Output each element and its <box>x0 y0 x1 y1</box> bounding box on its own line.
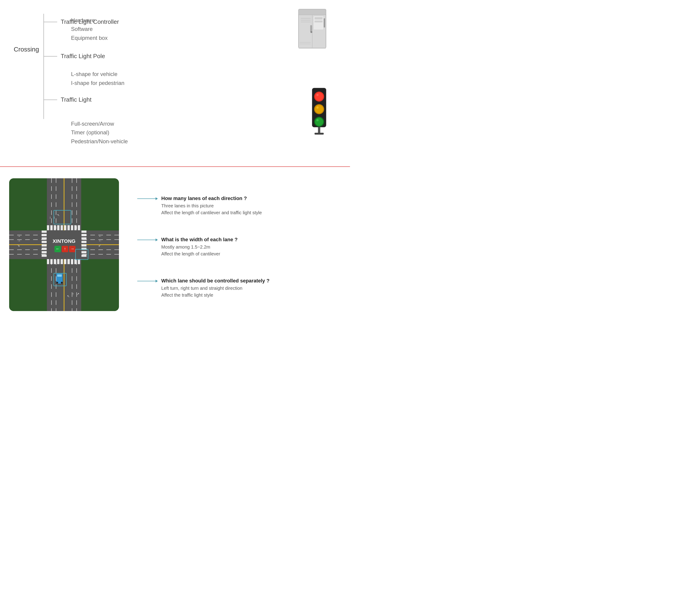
h-line-1 <box>43 56 57 57</box>
svg-text:↘: ↘ <box>17 244 20 247</box>
desc-0-line-2: Equipment box <box>71 34 128 42</box>
svg-rect-85 <box>82 251 86 253</box>
h-line-2 <box>43 100 57 100</box>
svg-text:↑: ↑ <box>72 292 74 296</box>
ann-sub-0-0: Three lanes in this picture <box>161 202 262 209</box>
svg-rect-8 <box>314 17 323 19</box>
svg-rect-79 <box>82 230 86 233</box>
svg-rect-58 <box>71 225 73 230</box>
svg-point-11 <box>310 31 312 33</box>
arrow-head-1 <box>156 238 158 241</box>
svg-rect-3 <box>310 25 312 32</box>
svg-rect-53 <box>54 225 56 230</box>
svg-rect-95 <box>57 274 62 277</box>
svg-rect-14 <box>299 48 326 49</box>
annotation-item-1: What is the width of each lane ? Mostly … <box>137 237 336 257</box>
svg-rect-77 <box>42 251 47 253</box>
annotation-text-0: How many lanes of each direction ? Three… <box>161 195 262 216</box>
svg-point-97 <box>61 282 63 284</box>
root-label: Crossing <box>14 46 39 53</box>
branch-label-2: Traffic Light <box>61 96 91 103</box>
svg-text:↖: ↖ <box>67 294 70 298</box>
arrow-line-2 <box>137 281 156 281</box>
desc-0-line-1: Software <box>71 25 128 34</box>
arrow-line-0 <box>137 198 156 199</box>
arrow-connector-1 <box>137 238 158 241</box>
svg-rect-63 <box>54 259 56 264</box>
svg-rect-64 <box>57 259 60 264</box>
svg-rect-68 <box>71 259 73 264</box>
arrow-head-0 <box>156 197 158 200</box>
svg-point-24 <box>316 119 319 121</box>
arrow-connector-0 <box>137 197 158 200</box>
svg-text:←: ← <box>99 239 102 243</box>
svg-rect-62 <box>50 259 52 264</box>
svg-rect-26 <box>314 133 324 134</box>
svg-point-21 <box>316 106 319 109</box>
svg-rect-83 <box>82 244 86 247</box>
svg-text:→: → <box>17 234 21 238</box>
desc-2-line-1: Timer (optional) <box>71 128 128 137</box>
svg-text:↖: ↖ <box>57 213 60 217</box>
annotation-text-2: Which lane should be controlled separate… <box>161 278 269 298</box>
svg-rect-59 <box>74 225 76 230</box>
svg-text:←: ← <box>99 234 102 238</box>
svg-point-23 <box>315 118 323 126</box>
svg-rect-54 <box>57 225 60 230</box>
svg-rect-70 <box>78 259 80 264</box>
svg-text:↓: ↓ <box>49 215 51 219</box>
annotations-column: How many lanes of each direction ? Three… <box>133 178 336 311</box>
branch-pole: Traffic Light Pole <box>43 53 105 60</box>
svg-text:→: → <box>17 239 21 243</box>
svg-rect-66 <box>64 259 66 264</box>
section-divider <box>0 166 350 167</box>
svg-text:→: → <box>70 247 74 251</box>
svg-point-18 <box>316 94 319 96</box>
arrow-head-2 <box>156 280 158 282</box>
svg-point-20 <box>315 105 323 113</box>
svg-text:↓: ↓ <box>53 215 55 219</box>
arrow-connector-2 <box>137 280 158 282</box>
arrow-line-1 <box>137 239 156 240</box>
bottom-section: XINTONG ← ↑ → ↓ ↓ ↖ → <box>0 174 350 320</box>
svg-text:↗: ↗ <box>76 292 80 296</box>
ann-title-2: Which lane should be controlled separate… <box>161 278 269 284</box>
svg-rect-80 <box>82 234 86 236</box>
svg-rect-76 <box>42 248 47 250</box>
svg-rect-82 <box>82 241 86 243</box>
ann-sub-0-1: Affect the length of cantilever and traf… <box>161 209 262 216</box>
intersection-image: XINTONG ← ↑ → ↓ ↓ ↖ → <box>9 178 119 311</box>
svg-text:↑: ↑ <box>64 247 66 251</box>
svg-rect-74 <box>42 241 47 243</box>
equipment-box-image <box>295 7 332 53</box>
desc-1-line-1: I-shape for pedestrian <box>71 79 128 87</box>
annotation-item-0: How many lanes of each direction ? Three… <box>137 195 336 216</box>
tree-container: Crossing Traffic Light Controller Traffi… <box>14 9 336 160</box>
branch-label-1: Traffic Light Pole <box>61 53 105 60</box>
vertical-line <box>43 14 44 119</box>
descriptions-column: Hardware Software Equipment box L-shape … <box>71 14 128 160</box>
traffic-light-image <box>309 87 332 137</box>
ann-sub-2-1: Affect the traffic light style <box>161 292 269 298</box>
svg-rect-65 <box>61 259 63 264</box>
desc-block-2: Full-screen/Arrow Timer (optional) Pedes… <box>71 120 128 146</box>
svg-rect-10 <box>324 18 325 27</box>
svg-rect-30 <box>47 230 81 259</box>
desc-1-line-0: L-shape for vehicle <box>71 70 128 79</box>
branch-controller: Traffic Light Controller <box>43 18 119 25</box>
svg-rect-75 <box>42 244 47 247</box>
svg-rect-52 <box>50 225 52 230</box>
ann-sub-1-0: Mostly among 1.5~2.2m <box>161 244 238 250</box>
svg-text:←: ← <box>56 247 60 251</box>
desc-2-line-0: Full-screen/Arrow <box>71 120 128 128</box>
svg-text:↙: ↙ <box>99 244 101 247</box>
svg-rect-56 <box>64 225 66 230</box>
svg-rect-55 <box>61 225 63 230</box>
desc-block-1: L-shape for vehicle I-shape for pedestri… <box>71 70 128 87</box>
svg-rect-86 <box>82 254 86 257</box>
ann-sub-2-0: Left turn, right turn and straight direc… <box>161 285 269 292</box>
svg-rect-67 <box>67 259 70 264</box>
h-line-0 <box>43 22 57 22</box>
svg-rect-69 <box>74 259 76 264</box>
svg-rect-60 <box>78 225 80 230</box>
